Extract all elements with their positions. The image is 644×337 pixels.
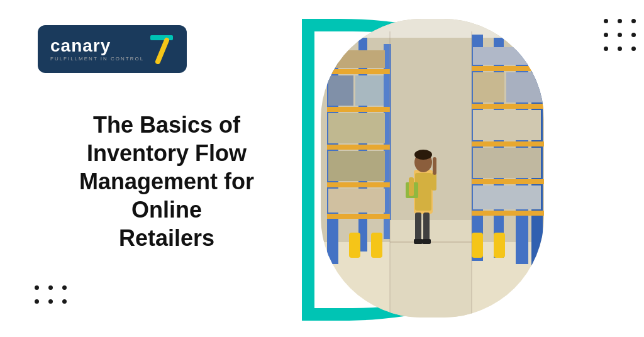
svg-rect-3 [321,19,544,38]
svg-rect-20 [472,211,544,216]
svg-rect-15 [327,214,390,219]
svg-rect-37 [390,220,472,318]
logo-tagline: FULFILLMENT IN CONTROL [50,56,144,62]
dot-grid-top-right [604,19,638,53]
right-section [327,0,644,337]
left-section: canary FULFILLMENT IN CONTROL The Basics… [0,0,327,337]
svg-rect-19 [472,179,544,184]
dot [62,285,67,290]
dot [618,33,622,37]
svg-rect-27 [473,47,541,65]
svg-rect-11 [327,69,390,74]
svg-rect-44 [422,239,431,244]
svg-rect-18 [472,141,544,146]
svg-rect-42 [423,213,430,241]
logo-badge: canary FULFILLMENT IN CONTROL [38,25,187,73]
dot [631,33,636,37]
svg-rect-21 [328,50,385,68]
dot [604,47,608,51]
svg-point-46 [414,150,432,160]
svg-rect-41 [415,213,421,241]
svg-rect-16 [472,66,544,71]
dot [48,285,53,290]
svg-rect-17 [472,104,544,109]
svg-rect-32 [473,185,541,209]
svg-rect-36 [494,233,505,258]
dot [604,19,608,23]
page-container: canary FULFILLMENT IN CONTROL The Basics… [0,0,644,337]
svg-rect-0 [150,35,173,40]
logo-wrapper: canary FULFILLMENT IN CONTROL [38,25,296,73]
svg-rect-31 [473,148,541,178]
svg-rect-25 [328,151,385,181]
logo-seven-icon [149,34,174,64]
warehouse-image-container [321,19,544,318]
svg-rect-24 [328,113,385,143]
svg-rect-12 [327,107,390,112]
warehouse-photo [321,19,544,318]
dot [35,299,39,304]
svg-rect-35 [472,233,483,258]
logo-text-block: canary FULFILLMENT IN CONTROL [50,37,144,62]
svg-rect-33 [349,233,360,258]
logo-name: canary [50,37,144,55]
dot [618,47,622,51]
svg-rect-28 [473,72,504,102]
svg-rect-29 [506,72,544,102]
svg-rect-50 [433,157,436,175]
main-headline: The Basics of Inventory Flow Management … [41,111,292,252]
dot [62,299,67,304]
svg-rect-34 [371,233,382,258]
dot [48,299,53,304]
svg-rect-22 [328,75,353,106]
svg-rect-49 [431,173,436,191]
dot-grid-bottom-left [35,285,69,306]
dot [631,19,636,23]
svg-rect-43 [414,239,423,244]
svg-rect-30 [473,110,541,140]
dot [604,33,608,37]
svg-rect-14 [327,182,390,187]
headline-line1: The Basics of Inventory Flow [87,112,247,166]
dot [35,285,39,290]
svg-rect-23 [355,75,384,106]
headline-line3: Retailers [119,225,214,251]
headline-line2: Management for Online [79,168,254,223]
svg-rect-48 [409,177,414,196]
svg-rect-13 [327,145,390,150]
svg-rect-26 [328,189,385,213]
dot [618,19,622,23]
dot [631,47,636,51]
